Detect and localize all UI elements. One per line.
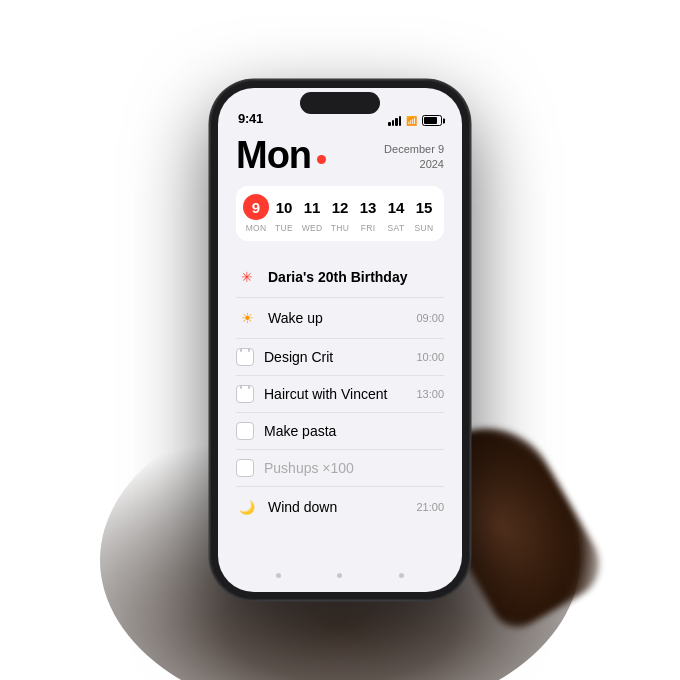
moon-icon: 🌙 [236, 496, 258, 518]
status-time: 9:41 [238, 111, 263, 126]
week-day-fri[interactable]: 13 FRI [354, 194, 382, 233]
events-list: ✳ Daria's 20th Birthday ☀ Wake up 09:00 … [236, 257, 444, 527]
wifi-icon: 📶 [406, 116, 417, 126]
app-content: Mon December 9 2024 9 MON 10 [218, 132, 462, 558]
header: Mon December 9 2024 [236, 132, 444, 174]
calendar-icon-haircut [236, 385, 254, 403]
day-label: Mon [236, 136, 311, 174]
date-line2: 2024 [384, 157, 444, 172]
dynamic-island [300, 92, 380, 114]
week-day-mon[interactable]: 9 MON [242, 194, 270, 233]
screen: 9:41 📶 [218, 88, 462, 592]
event-time-wakeup: 09:00 [416, 312, 444, 324]
event-name-pasta: Make pasta [264, 423, 434, 439]
week-day-label-tue: TUE [275, 223, 293, 233]
event-pasta[interactable]: Make pasta [236, 413, 444, 450]
event-name-design: Design Crit [264, 349, 406, 365]
event-name-pushups: Pushups ×100 [264, 460, 434, 476]
tab-bar-dot-2[interactable] [337, 573, 342, 578]
checkbox-icon-pushups [236, 459, 254, 477]
event-name-winddown: Wind down [268, 499, 406, 515]
calendar-icon-design [236, 348, 254, 366]
today-dot [317, 155, 326, 164]
week-day-sun[interactable]: 15 SUN [410, 194, 438, 233]
week-day-num-12[interactable]: 12 [327, 194, 353, 220]
event-name-wakeup: Wake up [268, 310, 406, 326]
event-pushups[interactable]: Pushups ×100 [236, 450, 444, 487]
birthday-icon: ✳ [236, 266, 258, 288]
week-day-num-11[interactable]: 11 [299, 194, 325, 220]
bottom-bar [218, 558, 462, 592]
week-strip[interactable]: 9 MON 10 TUE 11 WED 12 THU [236, 186, 444, 241]
week-day-label-fri: FRI [361, 223, 376, 233]
tab-bar-dot-3[interactable] [399, 573, 404, 578]
day-title: Mon [236, 136, 326, 174]
scene: 9:41 📶 [0, 0, 680, 680]
checkbox-icon-pasta [236, 422, 254, 440]
event-wakeup[interactable]: ☀ Wake up 09:00 [236, 298, 444, 339]
event-time-design: 10:00 [416, 351, 444, 363]
week-day-label-thu: THU [331, 223, 349, 233]
week-day-wed[interactable]: 11 WED [298, 194, 326, 233]
event-time-winddown: 21:00 [416, 501, 444, 513]
iphone-frame: 9:41 📶 [210, 80, 470, 600]
sun-icon: ☀ [236, 307, 258, 329]
event-name-birthday: Daria's 20th Birthday [268, 269, 434, 285]
week-day-label-wed: WED [302, 223, 323, 233]
event-winddown[interactable]: 🌙 Wind down 21:00 [236, 487, 444, 527]
event-time-haircut: 13:00 [416, 388, 444, 400]
signal-icon [388, 116, 401, 126]
week-day-sat[interactable]: 14 SAT [382, 194, 410, 233]
week-day-num-14[interactable]: 14 [383, 194, 409, 220]
week-day-label-sun: SUN [415, 223, 434, 233]
date-info: December 9 2024 [384, 136, 444, 173]
battery-icon [422, 115, 442, 126]
week-day-label-mon: MON [246, 223, 267, 233]
event-design[interactable]: Design Crit 10:00 [236, 339, 444, 376]
event-birthday[interactable]: ✳ Daria's 20th Birthday [236, 257, 444, 298]
event-name-haircut: Haircut with Vincent [264, 386, 406, 402]
status-icons: 📶 [388, 115, 442, 126]
week-day-label-sat: SAT [388, 223, 405, 233]
event-haircut[interactable]: Haircut with Vincent 13:00 [236, 376, 444, 413]
week-day-num-9[interactable]: 9 [243, 194, 269, 220]
week-day-num-13[interactable]: 13 [355, 194, 381, 220]
date-line1: December 9 [384, 142, 444, 157]
tab-bar-dot-1[interactable] [276, 573, 281, 578]
week-day-num-15[interactable]: 15 [411, 194, 437, 220]
week-day-thu[interactable]: 12 THU [326, 194, 354, 233]
week-day-num-10[interactable]: 10 [271, 194, 297, 220]
week-day-tue[interactable]: 10 TUE [270, 194, 298, 233]
